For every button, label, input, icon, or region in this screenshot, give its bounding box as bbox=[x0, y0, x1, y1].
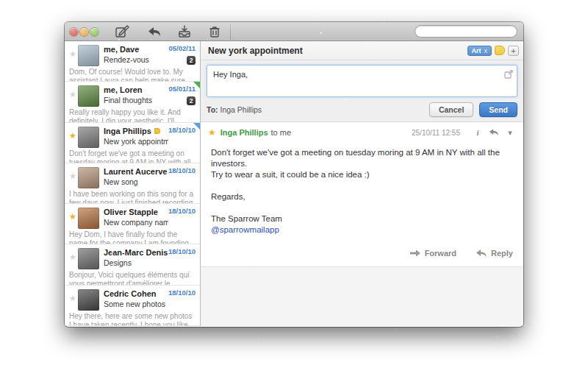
star-dot bbox=[470, 298, 471, 299]
email-row-me-dave[interactable]: ★ me, Dave Rendez-vous 05/02/11 2 Dom, O… bbox=[65, 41, 200, 82]
star-dot bbox=[115, 243, 117, 244]
star-dot bbox=[584, 336, 584, 337]
star-icon[interactable]: ★ bbox=[68, 130, 78, 141]
star-dot bbox=[137, 187, 137, 188]
body-line: Try to wear a suit, it could be a nice i… bbox=[211, 169, 513, 180]
star-dot bbox=[128, 272, 129, 272]
close-window-button[interactable] bbox=[70, 28, 78, 36]
star-icon[interactable]: ★ bbox=[68, 293, 78, 303]
star-dot bbox=[157, 224, 157, 224]
sender-name: me, Dave bbox=[104, 45, 139, 54]
star-dot bbox=[182, 231, 183, 232]
star-dot bbox=[229, 150, 229, 151]
corner-flag bbox=[193, 82, 200, 88]
star-dot bbox=[304, 180, 305, 180]
star-dot bbox=[473, 155, 474, 155]
window-titlebar[interactable] bbox=[65, 22, 523, 41]
star-dot bbox=[198, 274, 199, 275]
star-dot bbox=[251, 269, 252, 269]
message-star-icon[interactable]: ★ bbox=[208, 127, 216, 138]
star-dot bbox=[520, 354, 520, 355]
email-row-inga-phillips[interactable]: ★ Inga Phillips New york appointment 18/… bbox=[65, 123, 200, 163]
star-dot bbox=[384, 23, 384, 24]
star-dot bbox=[194, 364, 195, 365]
star-dot bbox=[157, 206, 157, 207]
star-dot bbox=[229, 82, 229, 82]
quick-reply-input[interactable] bbox=[207, 66, 517, 96]
archive-icon[interactable] bbox=[177, 25, 192, 38]
remove-tag-icon[interactable]: x bbox=[484, 47, 488, 54]
star-icon[interactable]: ★ bbox=[68, 49, 78, 59]
minimize-window-button[interactable] bbox=[80, 28, 88, 36]
star-dot bbox=[51, 252, 52, 252]
star-dot bbox=[74, 132, 75, 132]
email-date: 18/10/10 bbox=[168, 289, 196, 297]
message-info-icon[interactable]: i bbox=[472, 128, 484, 137]
message-sender[interactable]: Inga Phillips bbox=[220, 128, 268, 137]
star-dot bbox=[199, 169, 200, 170]
star-dot bbox=[168, 194, 169, 195]
star-dot bbox=[115, 358, 116, 359]
reply-icon[interactable] bbox=[147, 25, 162, 38]
star-dot bbox=[512, 336, 512, 336]
email-date: 05/02/11 bbox=[169, 44, 196, 52]
yellow-label-icon[interactable] bbox=[495, 46, 505, 55]
email-row-me-loren[interactable]: ★ me, Loren Final thoughts 05/01/11 2 Re… bbox=[65, 82, 200, 122]
search-input[interactable] bbox=[422, 27, 519, 35]
star-icon[interactable]: ★ bbox=[68, 89, 78, 99]
star-dot bbox=[188, 292, 190, 294]
send-button[interactable]: Send bbox=[479, 102, 517, 117]
add-tag-button[interactable]: + bbox=[508, 46, 519, 56]
avatar bbox=[78, 45, 99, 66]
message-view: ★ Inga Phillips to me 25/10/11 12:55 i ▾… bbox=[201, 122, 523, 266]
star-dot bbox=[85, 324, 86, 325]
search-field[interactable] bbox=[415, 25, 517, 38]
compose-icon[interactable] bbox=[115, 25, 129, 38]
star-dot bbox=[264, 287, 265, 288]
cancel-button[interactable]: Cancel bbox=[429, 102, 473, 117]
forward-label: Forward bbox=[425, 249, 456, 258]
star-dot bbox=[91, 291, 92, 292]
trash-icon[interactable] bbox=[207, 25, 222, 38]
forward-button[interactable]: Forward bbox=[409, 249, 456, 258]
star-icon[interactable]: ★ bbox=[68, 171, 78, 181]
star-dot bbox=[545, 276, 546, 277]
zoom-window-button[interactable] bbox=[90, 28, 98, 36]
star-dot bbox=[184, 3, 184, 4]
star-dot bbox=[187, 315, 188, 316]
star-icon[interactable]: ★ bbox=[68, 252, 78, 262]
star-dot bbox=[550, 6, 551, 7]
star-dot bbox=[259, 276, 259, 277]
star-dot bbox=[259, 361, 260, 361]
star-dot bbox=[24, 237, 25, 238]
email-subject: New company name bbox=[104, 218, 168, 227]
email-row-cedric-cohen[interactable]: ★ Cedric Cohen Some new photos 18/10/10 … bbox=[65, 286, 200, 326]
sparrow-twitter-link[interactable]: @sparrowmailapp bbox=[211, 224, 513, 236]
message-recipient: to me bbox=[271, 128, 292, 137]
star-dot bbox=[275, 234, 276, 235]
star-icon[interactable]: ★ bbox=[68, 211, 78, 222]
star-dot bbox=[327, 304, 328, 305]
to-value: Inga Phillips bbox=[220, 105, 262, 114]
email-preview: Hey Dom, I have finally found the name f… bbox=[68, 230, 196, 244]
tag-art[interactable]: Art x bbox=[467, 46, 492, 56]
star-dot bbox=[498, 50, 498, 51]
unread-badge: 2 bbox=[187, 96, 196, 105]
email-subject: Some new photos bbox=[104, 300, 168, 308]
star-dot bbox=[262, 54, 263, 55]
message-reply-icon[interactable] bbox=[488, 128, 500, 138]
email-row-laurent-aucerve[interactable]: ★ Laurent Aucerve New song 18/10/10 I ha… bbox=[65, 163, 200, 204]
popout-compose-icon[interactable] bbox=[504, 68, 513, 77]
star-dot bbox=[412, 68, 413, 69]
star-dot bbox=[451, 363, 452, 364]
chevron-down-icon[interactable]: ▾ bbox=[504, 128, 516, 138]
reply-button[interactable]: Reply bbox=[476, 249, 513, 258]
star-dot bbox=[354, 162, 355, 163]
star-dot bbox=[512, 280, 513, 281]
star-dot bbox=[198, 265, 199, 266]
avatar bbox=[78, 289, 99, 311]
star-dot bbox=[24, 199, 24, 200]
email-row-oliver-stapple[interactable]: ★ Oliver Stapple New company name 18/10/… bbox=[65, 204, 200, 244]
email-row-jean-marc-denis[interactable]: ★ Jean-Marc Denis Designs 18/10/10 Bonjo… bbox=[65, 244, 200, 285]
quick-reply-box[interactable] bbox=[207, 65, 517, 97]
